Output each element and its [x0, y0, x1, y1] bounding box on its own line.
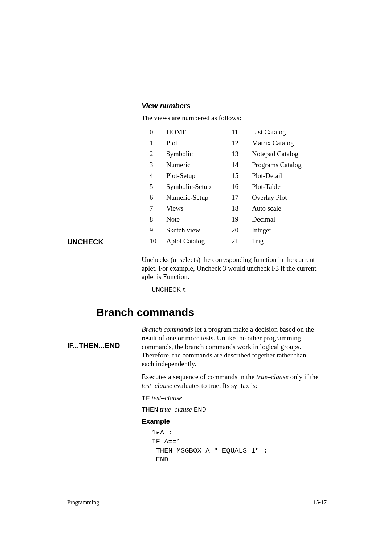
view-number-right: 13	[232, 149, 252, 159]
ifthen-label: IF...THEN...END	[67, 341, 120, 350]
view-numbers-heading: View numbers	[142, 102, 319, 110]
branch-intro: Branch commands let a program make a dec…	[142, 325, 319, 368]
uncheck-label: UNCHECK	[67, 238, 103, 246]
view-number-left: 1	[150, 138, 166, 149]
view-number-right: 18	[232, 203, 252, 214]
footer-left: Programming	[67, 499, 99, 506]
view-name-right: Decimal	[252, 214, 302, 225]
ifthen-if: IF	[142, 394, 150, 402]
view-name-right: Plot-Table	[252, 181, 302, 192]
view-name-left: Views	[166, 203, 232, 214]
uncheck-syntax-arg: n	[183, 285, 186, 293]
table-row: 1Plot12Matrix Catalog	[150, 138, 302, 149]
branch-commands-heading: Branch commands	[96, 306, 327, 319]
uncheck-text: Unchecks (unselects) the corresponding f…	[142, 255, 319, 281]
view-name-left: HOME	[166, 127, 232, 138]
view-number-left: 2	[150, 149, 166, 159]
ifthen-text: Executes a sequence of commands in the t…	[142, 373, 319, 390]
table-row: 9Sketch view20Integer	[150, 225, 302, 236]
view-number-left: 9	[150, 225, 166, 236]
view-name-right: Notepad Catalog	[252, 149, 302, 159]
view-name-left: Symbolic-Setup	[166, 181, 232, 192]
table-row: 3Numeric14Programs Catalog	[150, 159, 302, 170]
uncheck-syntax-cmd: UNCHECK	[152, 286, 181, 294]
view-number-left: 7	[150, 203, 166, 214]
view-number-left: 6	[150, 192, 166, 203]
ifthen-text-post: evaluates to true. Its syntax is:	[172, 382, 257, 389]
ifthen-text-pre: Executes a sequence of commands in the	[142, 373, 256, 381]
table-row: 10Aplet Catalog21Trig	[150, 236, 302, 247]
table-row: 7Views18Auto scale	[150, 203, 302, 214]
ifthen-syntax-line2: THEN true–clause END	[142, 405, 319, 414]
ifthen-syntax-line1: IF test–clause	[142, 394, 319, 402]
example-code: 1▸A : IF A==1 THEN MSGBOX A " EQUALS 1" …	[152, 428, 319, 464]
branch-intro-emph: Branch commands	[142, 325, 193, 333]
ifthen-trueclause: true–clause	[160, 405, 192, 413]
view-number-left: 0	[150, 127, 166, 138]
page-footer: Programming 15-17	[67, 498, 327, 506]
view-name-left: Note	[166, 214, 232, 225]
view-number-right: 19	[232, 214, 252, 225]
view-number-right: 16	[232, 181, 252, 192]
view-name-left: Symbolic	[166, 149, 232, 159]
view-name-left: Aplet Catalog	[166, 236, 232, 247]
table-row: 6Numeric-Setup17Overlay Plot	[150, 192, 302, 203]
view-name-right: Plot-Detail	[252, 170, 302, 181]
table-row: 8Note19Decimal	[150, 214, 302, 225]
ifthen-then: THEN	[142, 406, 158, 414]
view-name-right: List Catalog	[252, 127, 302, 138]
footer-right: 15-17	[313, 499, 327, 506]
view-number-right: 11	[232, 127, 252, 138]
view-name-left: Plot-Setup	[166, 170, 232, 181]
ifthen-end: END	[194, 406, 206, 414]
view-name-right: Integer	[252, 225, 302, 236]
view-name-left: Plot	[166, 138, 232, 149]
table-row: 2Symbolic13Notepad Catalog	[150, 149, 302, 159]
view-name-left: Numeric-Setup	[166, 192, 232, 203]
table-row: 4Plot-Setup15Plot-Detail	[150, 170, 302, 181]
view-numbers-intro: The views are numbered as follows:	[142, 114, 319, 122]
table-row: 5Symbolic-Setup16Plot-Table	[150, 181, 302, 192]
ifthen-test-clause: test–clause	[142, 382, 172, 389]
view-numbers-table: 0HOME11List Catalog1Plot12Matrix Catalog…	[150, 127, 302, 247]
view-number-right: 17	[232, 192, 252, 203]
view-number-right: 15	[232, 170, 252, 181]
ifthen-testclause: test–clause	[152, 394, 182, 402]
view-name-right: Programs Catalog	[252, 159, 302, 170]
view-number-left: 3	[150, 159, 166, 170]
table-row: 0HOME11List Catalog	[150, 127, 302, 138]
ifthen-true-clause: true–clause	[256, 373, 289, 381]
view-name-right: Trig	[252, 236, 302, 247]
view-number-left: 5	[150, 181, 166, 192]
view-number-left: 4	[150, 170, 166, 181]
view-name-left: Numeric	[166, 159, 232, 170]
view-number-right: 20	[232, 225, 252, 236]
view-name-right: Overlay Plot	[252, 192, 302, 203]
view-number-left: 10	[150, 236, 166, 247]
view-number-right: 21	[232, 236, 252, 247]
view-name-right: Auto scale	[252, 203, 302, 214]
view-name-right: Matrix Catalog	[252, 138, 302, 149]
ifthen-text-mid: only if the	[289, 373, 319, 381]
uncheck-syntax: UNCHECK n	[152, 285, 319, 294]
example-heading: Example	[142, 417, 319, 425]
view-number-right: 14	[232, 159, 252, 170]
view-name-left: Sketch view	[166, 225, 232, 236]
view-number-right: 12	[232, 138, 252, 149]
view-number-left: 8	[150, 214, 166, 225]
